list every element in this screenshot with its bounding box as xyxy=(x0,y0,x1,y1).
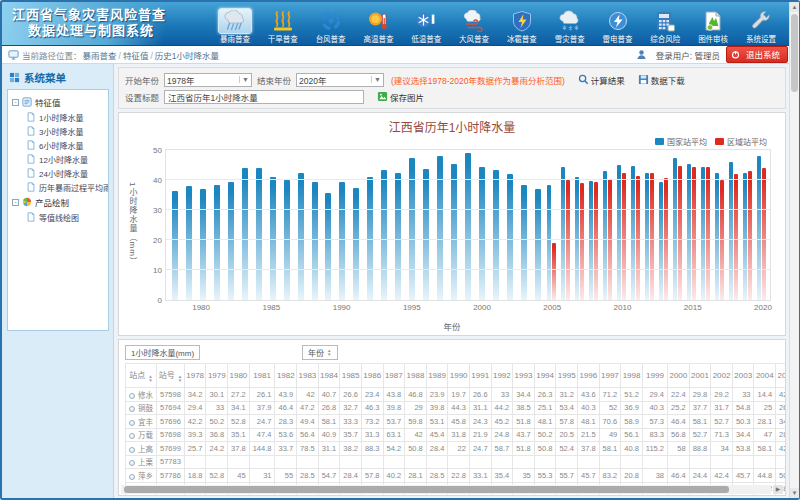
bar-区域站平均-2010[interactable] xyxy=(622,173,626,301)
tree-node-特征值[interactable]: -特征值 xyxy=(10,94,106,110)
station-radio-icon[interactable] xyxy=(129,406,135,412)
bar-国家站平均-1997[interactable] xyxy=(437,156,443,300)
save-image-button[interactable]: 保存图片 xyxy=(377,91,424,103)
bar-国家站平均-2009[interactable] xyxy=(603,171,607,300)
bar-区域站平均-2007[interactable] xyxy=(580,183,584,300)
bar-国家站平均-1990[interactable] xyxy=(339,182,345,301)
bar-国家站平均-1986[interactable] xyxy=(284,180,290,300)
tree-leaf-1小时降水量[interactable]: 1小时降水量 xyxy=(10,110,106,124)
bar-区域站平均-2017[interactable] xyxy=(720,180,724,300)
station-name-cell[interactable]: 万载 xyxy=(126,428,157,442)
column-header-year-1987[interactable]: 1987 xyxy=(383,364,405,388)
nav-item-hail[interactable]: 冰雹普查 xyxy=(499,8,545,44)
bar-区域站平均-2008[interactable] xyxy=(594,182,598,301)
bar-区域站平均-2014[interactable] xyxy=(678,166,682,300)
breadcrumb-item[interactable]: 特征值 xyxy=(123,51,149,61)
station-name-cell[interactable]: 萍乡 xyxy=(126,469,157,483)
station-name-cell[interactable]: 宜丰 xyxy=(126,415,157,429)
tree-leaf-历年暴雨过程平均雨量[interactable]: 历年暴雨过程平均雨量 xyxy=(10,180,106,194)
station-name-cell[interactable]: 铜鼓 xyxy=(126,401,157,415)
column-header-year-1990[interactable]: 1990 xyxy=(448,364,470,388)
column-header-year-1983[interactable]: 1983 xyxy=(297,364,319,388)
column-header-year-1979[interactable]: 1979 xyxy=(206,364,228,388)
bar-区域站平均-2020[interactable] xyxy=(762,168,766,300)
nav-item-gis[interactable]: 综合风险 xyxy=(642,8,688,44)
bar-国家站平均-2020[interactable] xyxy=(757,156,761,300)
bar-区域站平均-2012[interactable] xyxy=(650,173,654,300)
tree-node-产品绘制[interactable]: -产品绘制 xyxy=(10,194,106,210)
bar-国家站平均-2003[interactable] xyxy=(521,185,527,301)
bar-区域站平均-2005[interactable] xyxy=(552,243,556,300)
station-radio-icon[interactable] xyxy=(129,420,135,426)
column-header-year-2000[interactable]: 2000 xyxy=(668,364,690,388)
column-header-year-1993[interactable]: 1993 xyxy=(513,364,535,388)
bar-国家站平均-2002[interactable] xyxy=(507,174,513,300)
legend-item-国家站平均[interactable]: 国家站平均 xyxy=(655,136,707,147)
bar-国家站平均-1979[interactable] xyxy=(186,186,192,300)
station-radio-icon[interactable] xyxy=(129,393,135,399)
column-header-year-2003[interactable]: 2003 xyxy=(732,364,754,388)
bar-国家站平均-2018[interactable] xyxy=(729,162,733,300)
bar-国家站平均-2008[interactable] xyxy=(589,181,593,300)
calculate-button[interactable]: 计算结果 xyxy=(578,74,625,86)
bar-区域站平均-2015[interactable] xyxy=(692,167,696,301)
tree-leaf-等值线绘图[interactable]: 等值线绘图 xyxy=(10,210,106,224)
scrollbar-thumb[interactable] xyxy=(124,486,729,493)
column-header-year-1995[interactable]: 1995 xyxy=(556,364,578,388)
bar-国家站平均-1978[interactable] xyxy=(172,191,178,301)
bar-国家站平均-2016[interactable] xyxy=(701,167,705,301)
nav-item-high-temp[interactable]: 高温普查 xyxy=(355,8,401,44)
tree-leaf-24小时降水量[interactable]: 24小时降水量 xyxy=(10,166,106,180)
sort-arrows-icon[interactable] xyxy=(178,375,182,383)
bar-国家站平均-2019[interactable] xyxy=(743,173,747,301)
nav-item-drought[interactable]: 干旱普查 xyxy=(260,8,306,44)
start-year-select[interactable]: 1978年 ▼ xyxy=(164,73,252,87)
bar-国家站平均-2010[interactable] xyxy=(617,165,621,300)
station-radio-icon[interactable] xyxy=(129,433,135,439)
column-header-year-1997[interactable]: 1997 xyxy=(599,364,621,388)
station-radio-icon[interactable] xyxy=(129,460,135,466)
bar-区域站平均-2019[interactable] xyxy=(748,171,752,300)
column-header-year-1996[interactable]: 1996 xyxy=(578,364,600,388)
breadcrumb-item[interactable]: 暴雨普查 xyxy=(83,51,117,61)
nav-item-lightning[interactable]: 雷电普查 xyxy=(595,8,641,44)
bar-国家站平均-2006[interactable] xyxy=(561,167,565,301)
bar-国家站平均-1988[interactable] xyxy=(312,182,318,301)
bar-国家站平均-1981[interactable] xyxy=(214,185,220,301)
bar-国家站平均-2005[interactable] xyxy=(547,185,551,301)
column-header-year-1986[interactable]: 1986 xyxy=(361,364,383,388)
bar-区域站平均-2011[interactable] xyxy=(636,176,640,301)
bar-国家站平均-2012[interactable] xyxy=(645,173,649,301)
column-field-chip[interactable]: 年份 xyxy=(302,345,337,360)
download-button[interactable]: 数据下载 xyxy=(638,74,685,86)
page-vertical-scrollbar[interactable]: ▲ ▼ xyxy=(789,2,799,498)
column-header-year-1980[interactable]: 1980 xyxy=(228,364,250,388)
column-header-year-2002[interactable]: 2002 xyxy=(711,364,733,388)
bar-国家站平均-1999[interactable] xyxy=(465,153,471,300)
column-header-year-1978[interactable]: 1978 xyxy=(184,364,206,388)
bar-国家站平均-2000[interactable] xyxy=(479,167,485,301)
tree-collapse-icon[interactable]: - xyxy=(12,199,19,206)
bar-国家站平均-1987[interactable] xyxy=(298,173,304,301)
column-header-year-1984[interactable]: 1984 xyxy=(318,364,340,388)
column-header-year-1985[interactable]: 1985 xyxy=(340,364,362,388)
column-header-站点[interactable]: 站点 xyxy=(126,364,157,388)
column-header-year-1981[interactable]: 1981 xyxy=(249,364,275,388)
nav-item-rainstorm[interactable]: 暴雨普查 xyxy=(212,8,258,44)
nav-item-low-temp[interactable]: 低温普查 xyxy=(403,8,449,44)
station-name-cell[interactable]: 宜春 xyxy=(126,496,157,497)
sort-arrows-icon[interactable] xyxy=(327,349,331,357)
end-year-select[interactable]: 2020年 ▼ xyxy=(296,73,384,87)
station-name-cell[interactable]: 上高 xyxy=(126,442,157,456)
station-radio-icon[interactable] xyxy=(129,474,135,480)
column-header-year-1992[interactable]: 1992 xyxy=(491,364,513,388)
logout-button[interactable]: 退出系统 xyxy=(726,46,788,63)
tree-leaf-6小时降水量[interactable]: 6小时降水量 xyxy=(10,138,106,152)
column-header-year-1982[interactable]: 1982 xyxy=(275,364,297,388)
column-header-year-2001[interactable]: 2001 xyxy=(689,364,711,388)
station-name-cell[interactable]: 修水 xyxy=(126,388,157,402)
bar-国家站平均-2013[interactable] xyxy=(659,182,663,301)
bar-国家站平均-1996[interactable] xyxy=(423,169,429,300)
station-name-cell[interactable]: 上栗 xyxy=(126,455,157,469)
bar-国家站平均-1991[interactable] xyxy=(353,188,359,301)
